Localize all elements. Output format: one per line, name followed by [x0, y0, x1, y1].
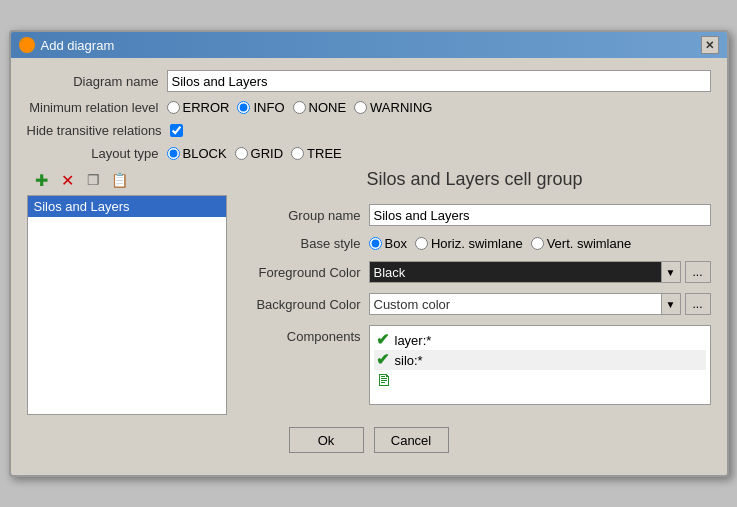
hide-transitive-checkbox[interactable] [170, 124, 183, 137]
radio-tree-label: TREE [307, 146, 342, 161]
radio-block-input[interactable] [167, 147, 180, 160]
diagram-name-label: Diagram name [27, 74, 167, 89]
radio-warning-input[interactable] [354, 101, 367, 114]
radio-warning[interactable]: WARNING [354, 100, 432, 115]
radio-info[interactable]: INFO [237, 100, 284, 115]
foreground-color-label: Foreground Color [239, 265, 369, 280]
remove-item-button[interactable]: ✕ [57, 169, 79, 191]
foreground-color-wrapper: Black ▼ ... [369, 261, 711, 283]
diagram-name-input[interactable] [167, 70, 711, 92]
dialog-footer: Ok Cancel [27, 415, 711, 463]
remove-icon: ✕ [61, 171, 74, 190]
add-component-icon: 🖹 [376, 372, 392, 390]
component-label-silo: silo:* [395, 353, 423, 368]
hide-transitive-checkbox-wrapper [170, 124, 183, 137]
foreground-select-wrapper: Black ▼ [369, 261, 681, 283]
add-diagram-dialog: Add diagram ✕ Diagram name Minimum relat… [9, 30, 729, 477]
radio-box-label: Box [385, 236, 407, 251]
list-item[interactable]: Silos and Layers [28, 196, 226, 217]
group-name-label: Group name [239, 208, 369, 223]
radio-box-input[interactable] [369, 237, 382, 250]
paste-icon: 📋 [111, 172, 128, 188]
background-color-wrapper: Custom color ▼ ... [369, 293, 711, 315]
ok-button[interactable]: Ok [289, 427, 364, 453]
background-color-row: Background Color Custom color ▼ ... [239, 293, 711, 315]
title-bar: Add diagram ✕ [11, 32, 727, 58]
component-item-layer[interactable]: ✔ layer:* [374, 330, 706, 350]
close-button[interactable]: ✕ [701, 36, 719, 54]
min-relation-row: Minimum relation level ERROR INFO NONE W… [27, 100, 711, 115]
dialog-title: Add diagram [41, 38, 115, 53]
radio-none[interactable]: NONE [293, 100, 347, 115]
radio-error[interactable]: ERROR [167, 100, 230, 115]
check-icon-silo: ✔ [376, 352, 389, 368]
radio-grid-label: GRID [251, 146, 284, 161]
radio-grid[interactable]: GRID [235, 146, 284, 161]
foreground-color-row: Foreground Color Black ▼ ... [239, 261, 711, 283]
copy-icon: ❐ [87, 172, 100, 188]
group-name-input[interactable] [369, 204, 711, 226]
components-list: ✔ layer:* ✔ silo:* 🖹 [369, 325, 711, 405]
layout-type-label: Layout type [27, 146, 167, 161]
component-label-layer: layer:* [395, 333, 432, 348]
hide-transitive-row: Hide transitive relations [27, 123, 711, 138]
group-name-row: Group name [239, 204, 711, 226]
radio-warning-label: WARNING [370, 100, 432, 115]
radio-box[interactable]: Box [369, 236, 407, 251]
check-icon-layer: ✔ [376, 332, 389, 348]
radio-error-input[interactable] [167, 101, 180, 114]
list-toolbar: ✚ ✕ ❐ 📋 [27, 169, 227, 191]
base-style-row: Base style Box Horiz. swimlane Vert. [239, 236, 711, 251]
background-color-select[interactable]: Custom color [369, 293, 681, 315]
radio-info-label: INFO [253, 100, 284, 115]
dialog-icon [19, 37, 35, 53]
base-style-label: Base style [239, 236, 369, 251]
components-label: Components [239, 325, 369, 344]
hide-transitive-label: Hide transitive relations [27, 123, 170, 138]
foreground-color-ellipsis-button[interactable]: ... [685, 261, 711, 283]
radio-block[interactable]: BLOCK [167, 146, 227, 161]
components-row: Components ✔ layer:* ✔ silo:* 🖹 [239, 325, 711, 405]
radio-info-input[interactable] [237, 101, 250, 114]
right-panel-title: Silos and Layers cell group [239, 169, 711, 190]
component-item-silo[interactable]: ✔ silo:* [374, 350, 706, 370]
radio-horiz-label: Horiz. swimlane [431, 236, 523, 251]
left-panel: ✚ ✕ ❐ 📋 Silos and Layers [27, 169, 227, 415]
radio-block-label: BLOCK [183, 146, 227, 161]
diagram-list[interactable]: Silos and Layers [27, 195, 227, 415]
foreground-color-select[interactable]: Black [369, 261, 681, 283]
radio-vert-swimlane[interactable]: Vert. swimlane [531, 236, 632, 251]
background-color-ellipsis-button[interactable]: ... [685, 293, 711, 315]
right-panel: Silos and Layers cell group Group name B… [239, 169, 711, 415]
radio-none-label: NONE [309, 100, 347, 115]
copy-item-button[interactable]: ❐ [83, 169, 105, 191]
background-color-label: Background Color [239, 297, 369, 312]
radio-grid-input[interactable] [235, 147, 248, 160]
base-style-radio-group: Box Horiz. swimlane Vert. swimlane [369, 236, 632, 251]
radio-vert-label: Vert. swimlane [547, 236, 632, 251]
min-relation-label: Minimum relation level [27, 100, 167, 115]
layout-type-row: Layout type BLOCK GRID TREE [27, 146, 711, 161]
component-item-add[interactable]: 🖹 [374, 370, 706, 392]
radio-vert-input[interactable] [531, 237, 544, 250]
radio-none-input[interactable] [293, 101, 306, 114]
min-relation-radio-group: ERROR INFO NONE WARNING [167, 100, 433, 115]
layout-radio-group: BLOCK GRID TREE [167, 146, 342, 161]
diagram-name-row: Diagram name [27, 70, 711, 92]
background-select-wrapper: Custom color ▼ [369, 293, 681, 315]
add-icon: ✚ [35, 171, 48, 190]
radio-error-label: ERROR [183, 100, 230, 115]
paste-item-button[interactable]: 📋 [109, 169, 131, 191]
add-item-button[interactable]: ✚ [31, 169, 53, 191]
radio-horiz-swimlane[interactable]: Horiz. swimlane [415, 236, 523, 251]
radio-tree[interactable]: TREE [291, 146, 342, 161]
radio-tree-input[interactable] [291, 147, 304, 160]
cancel-button[interactable]: Cancel [374, 427, 449, 453]
radio-horiz-input[interactable] [415, 237, 428, 250]
